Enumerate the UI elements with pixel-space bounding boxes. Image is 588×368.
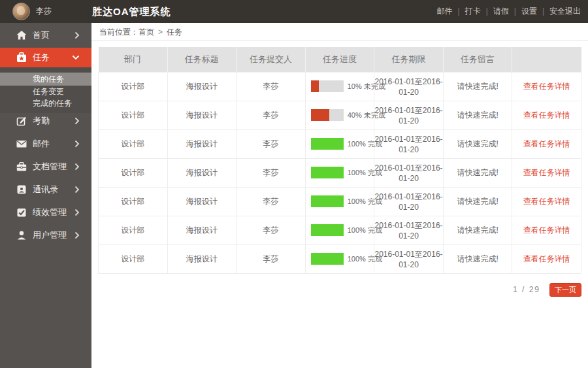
breadcrumb: 当前位置：首页>任务 [91,23,588,41]
cell-dept: 设计部 [99,244,168,273]
view-task-details-link[interactable]: 查看任务详情 [523,110,570,120]
cell-actions: 查看任务详情 [512,216,581,244]
menu-separator: | [458,7,460,16]
topbar-menu-leave[interactable]: 请假 [493,7,509,16]
cell-submitter: 李莎 [237,187,306,216]
chevron-right-icon [74,209,80,216]
sidebar-item-label: 用户管理 [33,229,67,241]
sidebar-item-contacts[interactable]: 通讯录 [0,183,91,196]
users-icon [16,229,27,241]
progress-bar-fill [311,195,344,207]
sidebar-item-label: 首页 [33,29,50,41]
header-actions [512,47,581,72]
topbar-menu-logout[interactable]: 安全退出 [549,7,581,16]
sidebar-item-documents[interactable]: 文档管理 [0,160,91,173]
view-task-details-link[interactable]: 查看任务详情 [523,82,570,91]
cell-progress: 10% 未完成 [305,72,374,101]
cell-submitter: 李莎 [237,244,306,273]
mail-icon [16,138,27,150]
breadcrumb-home-link[interactable]: 首页 [139,27,154,37]
user-avatar[interactable] [12,3,30,20]
cell-dept: 设计部 [99,187,168,216]
cell-dept: 设计部 [99,129,168,158]
sidebar-item-attendance[interactable]: 考勤 [0,114,91,127]
cell-submitter: 李莎 [237,72,306,101]
progress-bar [311,253,344,265]
submenu-item-completed-tasks[interactable]: 完成的任务 [0,97,91,109]
view-task-details-link[interactable]: 查看任务详情 [523,139,570,148]
home-icon [16,29,27,41]
progress-bar-fill [311,167,344,178]
view-task-details-link[interactable]: 查看任务详情 [523,197,570,206]
table-header-row: 部门 任务标题 任务提交人 任务进度 任务期限 任务留言 [99,47,581,72]
cell-message: 请快速完成! [443,101,512,129]
sidebar-item-home[interactable]: 首页 [0,23,91,48]
tasks-submenu: 我的任务 任务变更 完成的任务 [0,67,91,113]
progress-bar-fill [311,138,344,150]
cell-title: 海报设计 [167,244,237,273]
header-title: 任务标题 [167,47,237,72]
view-task-details-link[interactable]: 查看任务详情 [523,254,570,263]
cell-progress: 100% 完成 [305,158,374,187]
table-row: 设计部海报设计李莎100% 完成2016-01-01至2016-01-20请快速… [99,187,581,216]
app-title: 胜达OA管理系统 [92,0,171,23]
next-page-button[interactable]: 下一页 [549,283,581,297]
header-deadline: 任务期限 [374,47,444,72]
chevron-down-icon [72,55,80,60]
progress-bar-fill [311,109,330,121]
topbar-menu-mail[interactable]: 邮件 [437,7,453,16]
chevron-right-icon [74,186,80,193]
cell-deadline: 2016-01-01至2016-01-20 [374,101,444,129]
topbar-menu-punch[interactable]: 打卡 [465,7,481,16]
submenu-item-my-tasks[interactable]: 我的任务 [0,73,91,86]
topbar-menu-settings[interactable]: 设置 [521,7,537,16]
table-row: 设计部海报设计李莎100% 完成2016-01-01至2016-01-20请快速… [99,129,581,158]
chevron-right-icon [74,117,80,125]
menu-separator: | [514,7,516,16]
sidebar-item-label: 文档管理 [33,161,67,173]
sidebar-item-label: 任务 [33,52,50,63]
cell-deadline: 2016-01-01至2016-01-20 [374,158,444,187]
main-content: 当前位置：首页>任务 部门 任务标题 任务提交人 任务进度 任务期限 任务留言 … [91,23,588,368]
cell-actions: 查看任务详情 [512,244,581,273]
progress-bar [311,138,344,150]
cell-dept: 设计部 [99,101,168,129]
page-indicator: 1 / 29 [513,285,540,294]
pagination: 1 / 29 下一页 [98,283,581,297]
progress-bar [311,167,344,178]
progress-bar-fill [311,224,344,236]
cell-actions: 查看任务详情 [512,101,581,129]
cell-message: 请快速完成! [443,216,512,244]
cell-message: 请快速完成! [443,158,512,187]
header-message: 任务留言 [443,47,512,72]
progress-bar [311,195,344,207]
cell-progress: 40% 未完成 [305,101,374,129]
table-row: 设计部海报设计李莎10% 未完成2016-01-01至2016-01-20请快速… [99,72,581,101]
header-dept: 部门 [99,47,168,72]
chevron-right-icon [74,31,80,39]
cell-actions: 查看任务详情 [512,187,581,216]
breadcrumb-current[interactable]: 任务 [167,27,182,37]
cell-title: 海报设计 [167,216,237,244]
breadcrumb-separator: > [158,27,163,37]
sidebar-item-performance[interactable]: 绩效管理 [0,206,91,219]
cell-title: 海报设计 [167,72,237,101]
cell-message: 请快速完成! [443,72,512,101]
topbar-menu: 邮件|打卡|请假|设置|安全退出 [437,0,581,23]
progress-bar-fill [311,80,319,92]
sidebar-item-tasks[interactable]: 任务 [0,48,91,67]
cell-title: 海报设计 [167,101,237,129]
cell-progress: 100% 完成 [305,244,374,273]
cell-submitter: 李莎 [237,129,306,158]
sidebar-item-mail[interactable]: 邮件 [0,137,91,150]
submenu-item-task-changes[interactable]: 任务变更 [0,86,91,97]
table-row: 设计部海报设计李莎100% 完成2016-01-01至2016-01-20请快速… [99,158,581,187]
view-task-details-link[interactable]: 查看任务详情 [523,168,570,177]
user-name: 李莎 [36,0,52,23]
table-row: 设计部海报设计李莎40% 未完成2016-01-01至2016-01-20请快速… [99,101,581,129]
sidebar: 首页 任务 我的任务 任务变更 完成的任务 考勤 [0,23,91,368]
view-task-details-link[interactable]: 查看任务详情 [523,226,570,235]
progress-bar [311,224,344,236]
sidebar-item-users[interactable]: 用户管理 [0,229,91,242]
cell-submitter: 李莎 [237,216,306,244]
